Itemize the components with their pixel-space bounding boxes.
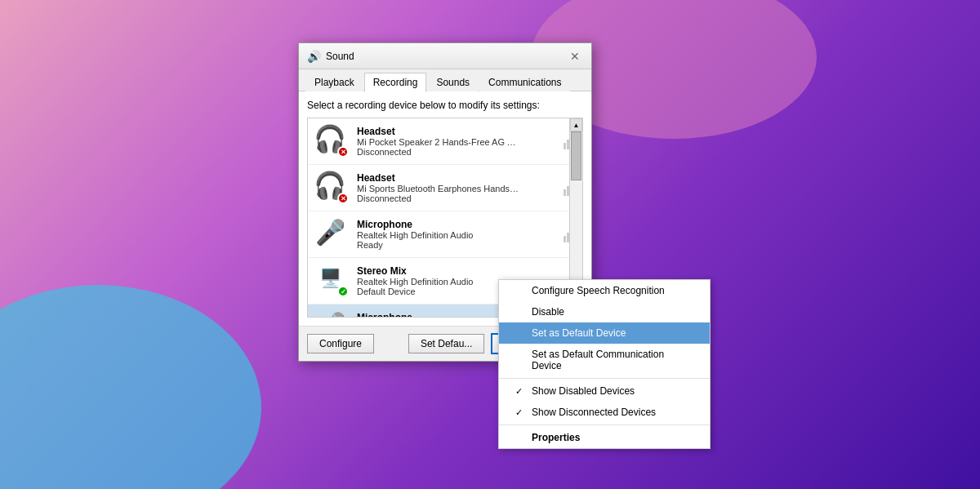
microphone-icon: 🎤 [314, 309, 345, 318]
device-name: Headset [357, 126, 560, 137]
check-mark-show-disabled: ✓ [515, 386, 527, 397]
context-menu: Configure Speech Recognition Disable Set… [498, 279, 710, 449]
device-icon-stereo: 🖥️ ✓ [314, 263, 350, 299]
device-item-headset1[interactable]: 🎧 ✕ Headset Mi Pocket Speaker 2 Hands-Fr… [308, 118, 582, 165]
device-info-headset1: Headset Mi Pocket Speaker 2 Hands-Free A… [357, 126, 560, 157]
device-detail: Realtek High Definition Audio [357, 230, 520, 240]
context-item-label-show-disconnected: Show Disconnected Devices [532, 407, 693, 418]
device-status: Ready [357, 240, 560, 250]
context-item-label-set-comm: Set as Default Communication Device [532, 349, 693, 371]
device-item-headset2[interactable]: 🎧 ✕ Headset Mi Sports Bluetooth Earphone… [308, 165, 582, 211]
device-icon-headset1: 🎧 ✕ [314, 123, 350, 159]
context-item-properties[interactable]: Properties [499, 427, 710, 448]
dialog-title: Sound [326, 51, 354, 62]
close-button[interactable]: ✕ [567, 48, 583, 64]
device-status: Disconnected [357, 193, 560, 203]
context-item-label-show-disabled: Show Disabled Devices [532, 385, 693, 397]
level-bar [564, 236, 566, 242]
context-item-label-set-default: Set as Default Device [532, 327, 693, 339]
device-icon-microphone2: 🎤 [314, 309, 350, 318]
tab-playback[interactable]: Playback [305, 73, 363, 91]
sound-icon: 🔊 [307, 50, 321, 63]
status-dot-red: ✕ [337, 146, 349, 158]
level-bar [564, 143, 566, 149]
level-bar [564, 189, 566, 196]
instruction-text: Select a recording device below to modif… [307, 100, 583, 111]
dialog-titlebar: 🔊 Sound ✕ [299, 43, 591, 69]
device-name: Stereo Mix [357, 265, 560, 277]
dialog-title-left: 🔊 Sound [307, 50, 354, 63]
device-info-microphone1: Microphone Realtek High Definition Audio… [357, 219, 560, 250]
status-dot-red: ✕ [337, 193, 349, 204]
device-item-microphone1[interactable]: 🎤 Microphone Realtek High Definition Aud… [308, 211, 582, 258]
separator2 [499, 425, 710, 425]
device-detail: Mi Sports Bluetooth Earphones Hands-Free… [357, 184, 520, 193]
context-item-set-comm[interactable]: Set as Default Communication Device [499, 344, 710, 376]
device-name: Headset [357, 172, 560, 184]
context-item-show-disabled[interactable]: ✓ Show Disabled Devices [499, 380, 710, 402]
device-status: Disconnected [357, 147, 560, 157]
context-item-disable[interactable]: Disable [499, 301, 710, 322]
device-icon-headset2: 🎧 ✕ [314, 170, 350, 206]
context-item-label-speech: Configure Speech Recognition [532, 285, 693, 296]
device-name: Microphone [357, 219, 560, 230]
device-icon-microphone1: 🎤 [314, 216, 350, 252]
tab-communications[interactable]: Communications [479, 73, 570, 91]
separator1 [499, 378, 710, 379]
device-detail: Realtek High Definition Audio [357, 277, 520, 287]
configure-button[interactable]: Configure [307, 334, 374, 353]
context-item-label-disable: Disable [532, 306, 693, 318]
device-detail: Mi Pocket Speaker 2 Hands-Free AG Audio [357, 137, 520, 147]
tab-sounds[interactable]: Sounds [427, 73, 479, 91]
context-item-set-default[interactable]: Set as Default Device [499, 322, 710, 344]
device-info-headset2: Headset Mi Sports Bluetooth Earphones Ha… [357, 172, 560, 203]
tab-recording[interactable]: Recording [364, 73, 427, 91]
context-item-speech[interactable]: Configure Speech Recognition [499, 280, 710, 301]
context-item-label-properties: Properties [532, 432, 693, 443]
scrollbar-thumb[interactable] [571, 131, 581, 180]
tab-bar: Playback Recording Sounds Communications [299, 69, 591, 91]
status-dot-green: ✓ [337, 286, 349, 297]
set-default-button[interactable]: Set Defau... [408, 334, 484, 353]
check-mark-show-disconnected: ✓ [515, 407, 527, 418]
scroll-up-arrow[interactable]: ▲ [570, 118, 582, 131]
context-item-show-disconnected[interactable]: ✓ Show Disconnected Devices [499, 402, 710, 423]
microphone-icon: 🎤 [314, 216, 345, 247]
